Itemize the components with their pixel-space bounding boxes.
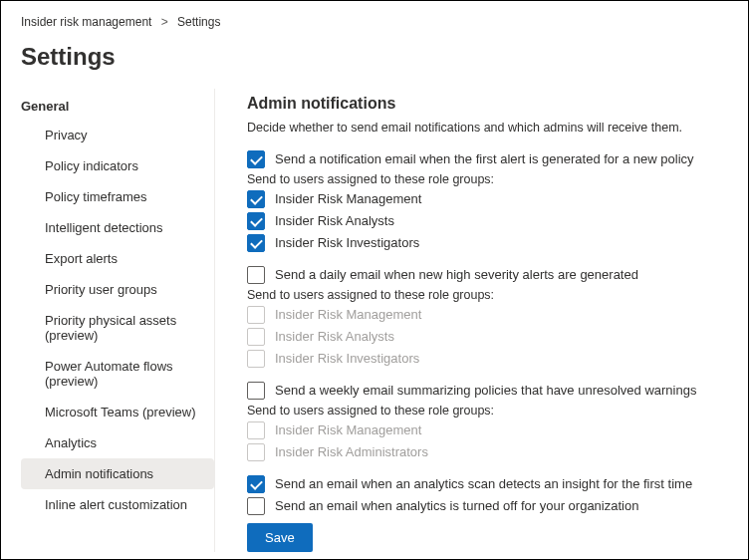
role-daily-analysts-label: Insider Risk Analysts — [275, 328, 394, 346]
role-weekly-admins-label: Insider Risk Administrators — [275, 443, 428, 461]
main-panel: Admin notifications Decide whether to se… — [215, 89, 748, 552]
checkbox-weekly-email-label: Send a weekly email summarizing policies… — [275, 382, 696, 400]
option-analytics-insight: Send an email when an analytics scan det… — [247, 475, 728, 493]
sidebar-item-intelligent-detections[interactable]: Intelligent detections — [21, 212, 214, 243]
sidebar-item-microsoft-teams[interactable]: Microsoft Teams (preview) — [21, 397, 214, 427]
role-daily-investigators-label: Insider Risk Investigators — [275, 350, 419, 368]
sidebar-item-analytics[interactable]: Analytics — [21, 427, 214, 458]
role-weekly-irm-label: Insider Risk Management — [275, 421, 421, 439]
checkbox-weekly-irm — [247, 421, 265, 439]
settings-sidebar: General Privacy Policy indicators Policy… — [1, 89, 215, 552]
panel-description: Decide whether to send email notificatio… — [247, 121, 728, 135]
role-groups-intro: Send to users assigned to these role gro… — [247, 172, 728, 186]
checkbox-daily-irm — [247, 306, 265, 324]
checkbox-weekly-email[interactable] — [247, 382, 265, 400]
role-irm-label: Insider Risk Management — [275, 190, 421, 208]
checkbox-analytics-off[interactable] — [247, 497, 265, 515]
role-ir-investigators-label: Insider Risk Investigators — [275, 234, 419, 252]
sidebar-item-privacy[interactable]: Privacy — [21, 120, 214, 150]
option-analytics-off: Send an email when analytics is turned o… — [247, 497, 728, 515]
sidebar-item-priority-user-groups[interactable]: Priority user groups — [21, 274, 214, 305]
page-title: Settings — [1, 35, 748, 89]
option-weekly-email: Send a weekly email summarizing policies… — [247, 382, 728, 461]
panel-heading: Admin notifications — [247, 95, 728, 113]
sidebar-heading: General — [21, 95, 214, 120]
option-first-alert: Send a notification email when the first… — [247, 150, 728, 252]
checkbox-analytics-off-label: Send an email when analytics is turned o… — [275, 497, 638, 515]
chevron-right-icon: > — [161, 15, 168, 29]
checkbox-analytics-insight[interactable] — [247, 475, 265, 493]
checkbox-first-alert-label: Send a notification email when the first… — [275, 150, 694, 168]
role-groups-intro-2: Send to users assigned to these role gro… — [247, 288, 728, 302]
checkbox-ir-investigators[interactable] — [247, 234, 265, 252]
role-daily-irm-label: Insider Risk Management — [275, 306, 421, 324]
checkbox-analytics-insight-label: Send an email when an analytics scan det… — [275, 475, 692, 493]
checkbox-ir-analysts[interactable] — [247, 212, 265, 230]
save-button[interactable]: Save — [247, 523, 313, 552]
checkbox-daily-investigators — [247, 350, 265, 368]
role-ir-analysts-label: Insider Risk Analysts — [275, 212, 394, 230]
sidebar-item-policy-indicators[interactable]: Policy indicators — [21, 150, 214, 181]
checkbox-irm[interactable] — [247, 190, 265, 208]
sidebar-item-policy-timeframes[interactable]: Policy timeframes — [21, 181, 214, 212]
sidebar-item-priority-physical-assets[interactable]: Priority physical assets (preview) — [21, 305, 214, 351]
breadcrumb: Insider risk management > Settings — [1, 1, 748, 35]
sidebar-item-export-alerts[interactable]: Export alerts — [21, 243, 214, 274]
sidebar-item-power-automate-flows[interactable]: Power Automate flows (preview) — [21, 351, 214, 397]
checkbox-first-alert[interactable] — [247, 150, 265, 168]
checkbox-daily-email[interactable] — [247, 266, 265, 284]
breadcrumb-parent[interactable]: Insider risk management — [21, 15, 151, 29]
sidebar-item-inline-alert-customization[interactable]: Inline alert customization — [21, 489, 214, 520]
role-groups-intro-3: Send to users assigned to these role gro… — [247, 404, 728, 418]
checkbox-daily-email-label: Send a daily email when new high severit… — [275, 266, 638, 284]
sidebar-item-admin-notifications[interactable]: Admin notifications — [21, 458, 214, 489]
breadcrumb-current: Settings — [177, 15, 220, 29]
checkbox-daily-analysts — [247, 328, 265, 346]
option-daily-email: Send a daily email when new high severit… — [247, 266, 728, 368]
checkbox-weekly-admins — [247, 443, 265, 461]
